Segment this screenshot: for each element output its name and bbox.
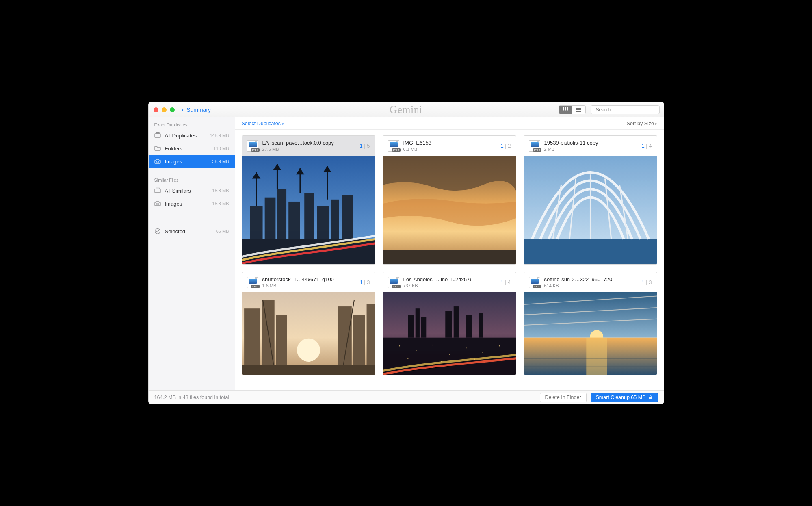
sidebar-item-size: 110 MB (214, 146, 229, 151)
card-count: 1 | 3 (359, 279, 370, 285)
svg-point-61 (432, 345, 433, 346)
sidebar: Exact Duplicates All Duplicates 148.9 MB… (149, 117, 235, 390)
duplicate-card[interactable]: JPEG IMG_E6153 6.1 MB 1 | 2 (383, 135, 516, 265)
sidebar-item-all-duplicates[interactable]: All Duplicates 148.9 MB (149, 129, 235, 142)
svg-point-63 (466, 347, 467, 349)
sidebar-item-size: 15.3 MB (212, 201, 229, 206)
svg-point-59 (399, 345, 400, 347)
card-header: JPEG IMG_E6153 6.1 MB 1 | 2 (383, 136, 516, 156)
sidebar-item-size: 65 MB (216, 229, 229, 234)
main-panel: Select Duplicates Sort by Size JPEG LA_s… (235, 117, 664, 390)
card-thumbnail (524, 156, 657, 264)
sidebar-item-images[interactable]: Images 38.9 MB (149, 155, 235, 168)
svg-point-14 (156, 203, 158, 205)
card-filename: IMG_E6153 (403, 140, 497, 146)
svg-rect-24 (342, 195, 353, 239)
duplicate-card[interactable]: JPEG 19539-pistiolis-11 copy 2 MB 1 | 4 (524, 135, 657, 265)
svg-rect-12 (155, 189, 160, 193)
duplicate-card[interactable]: JPEG Los-Angeles-…line-1024x576 737 KB 1… (383, 272, 516, 375)
svg-rect-13 (156, 188, 159, 189)
sidebar-item-similar-images[interactable]: Images 15.3 MB (149, 197, 235, 210)
app-window: ‹ Summary Gemini Exact Duplicates (148, 102, 664, 404)
back-label: Summary (186, 106, 211, 113)
svg-rect-56 (466, 315, 472, 338)
card-thumbnail (383, 292, 516, 375)
grid-view-button[interactable] (559, 106, 572, 114)
sidebar-item-label: Images (165, 201, 208, 207)
svg-point-60 (416, 350, 417, 351)
svg-rect-5 (567, 109, 568, 110)
card-header: JPEG 19539-pistiolis-11 copy 2 MB 1 | 4 (524, 136, 657, 156)
card-filesize: 737 KB (403, 283, 497, 288)
svg-point-40 (297, 339, 320, 362)
jpeg-file-icon: JPEG (388, 277, 399, 288)
list-view-button[interactable] (572, 106, 585, 114)
card-count: 1 | 4 (500, 279, 511, 285)
select-duplicates-dropdown[interactable]: Select Duplicates (242, 121, 284, 126)
sidebar-item-size: 15.3 MB (212, 188, 229, 193)
svg-rect-22 (317, 206, 329, 239)
svg-rect-20 (288, 202, 300, 239)
svg-point-65 (498, 345, 500, 347)
svg-rect-53 (421, 317, 426, 338)
sidebar-item-all-similars[interactable]: All Similars 15.3 MB (149, 184, 235, 197)
sidebar-item-label: Folders (165, 146, 210, 152)
svg-rect-33 (524, 239, 657, 264)
svg-rect-21 (304, 193, 314, 239)
svg-rect-54 (445, 311, 452, 337)
card-thumbnail (524, 292, 657, 375)
card-thumbnail (242, 156, 375, 264)
lock-icon (648, 395, 653, 400)
search-field[interactable] (591, 105, 660, 114)
smart-cleanup-button[interactable]: Smart Cleanup 65 MB (591, 393, 658, 402)
view-mode-segment (559, 105, 586, 114)
results-grid: JPEG LA_sean_pavo…tock.0.0 copy 27.5 MB … (235, 130, 664, 390)
delete-in-finder-button[interactable]: Delete In Finder (540, 393, 587, 402)
svg-rect-44 (338, 306, 352, 375)
svg-rect-10 (156, 133, 159, 134)
window-controls (154, 107, 175, 112)
minimize-window-button[interactable] (162, 107, 167, 112)
close-window-button[interactable] (154, 107, 158, 112)
svg-point-62 (449, 354, 450, 355)
jpeg-file-icon: JPEG (529, 277, 540, 288)
app-title: Gemini (390, 104, 422, 116)
jpeg-file-icon: JPEG (529, 140, 540, 152)
sidebar-section-exact: Exact Duplicates (149, 120, 235, 129)
sidebar-item-selected[interactable]: Selected 65 MB (149, 225, 235, 238)
card-header: JPEG LA_sean_pavo…tock.0.0 copy 27.5 MB … (242, 136, 375, 156)
jpeg-file-icon: JPEG (247, 140, 258, 152)
sidebar-section-similar: Similar Files (149, 175, 235, 184)
card-filesize: 1.6 MB (262, 283, 356, 288)
card-count: 1 | 3 (641, 279, 652, 285)
zoom-window-button[interactable] (170, 107, 175, 112)
svg-rect-6 (576, 108, 581, 109)
jpeg-file-icon: JPEG (247, 277, 258, 288)
status-text: 164.2 MB in 43 files found in total (154, 395, 230, 400)
titlebar: ‹ Summary Gemini (149, 102, 664, 117)
card-filename: 19539-pistiolis-11 copy (544, 140, 638, 146)
check-circle-icon (154, 228, 161, 235)
svg-rect-75 (586, 338, 607, 375)
back-button[interactable]: ‹ Summary (182, 106, 211, 113)
card-filesize: 614 KB (544, 283, 638, 288)
sort-dropdown[interactable]: Sort by Size (627, 121, 657, 126)
duplicate-card[interactable]: JPEG LA_sean_pavo…tock.0.0 copy 27.5 MB … (242, 135, 375, 265)
svg-rect-51 (408, 315, 414, 338)
card-filename: LA_sean_pavo…tock.0.0 copy (262, 140, 356, 146)
jpeg-file-icon: JPEG (388, 140, 399, 152)
card-filesize: 27.5 MB (262, 147, 356, 152)
duplicate-card[interactable]: JPEG setting-sun-2…322_960_720 614 KB 1 … (524, 272, 657, 375)
svg-rect-0 (563, 107, 564, 109)
svg-point-11 (156, 161, 158, 163)
svg-rect-52 (415, 308, 419, 338)
card-header: JPEG Los-Angeles-…line-1024x576 737 KB 1… (383, 272, 516, 292)
duplicate-card[interactable]: JPEG shutterstock_1…44x671_q100 1.6 MB 1… (242, 272, 375, 375)
svg-rect-18 (264, 198, 275, 239)
card-filename: shutterstock_1…44x671_q100 (262, 276, 356, 282)
grid-icon (563, 107, 568, 113)
search-input[interactable] (596, 107, 657, 113)
card-filesize: 6.1 MB (403, 147, 497, 152)
sidebar-item-folders[interactable]: Folders 110 MB (149, 142, 235, 155)
folder-icon (154, 145, 161, 152)
